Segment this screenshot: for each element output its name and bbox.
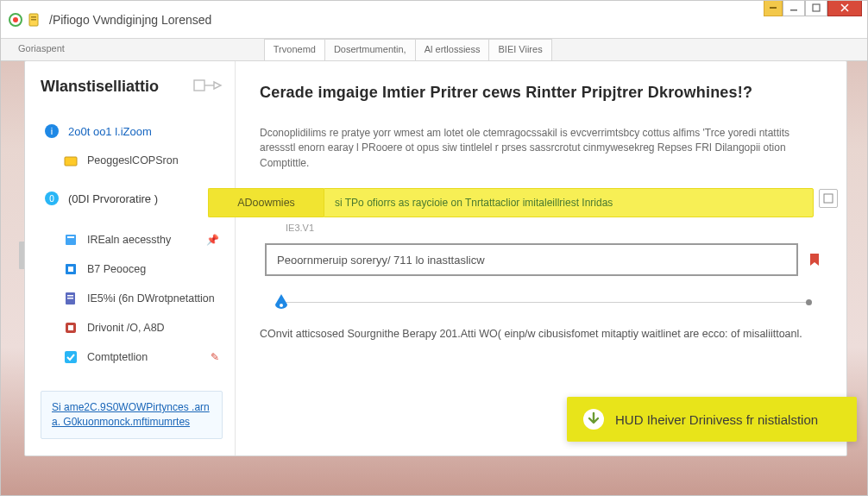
nav-label: 2o0t oo1 l.iZoom <box>68 125 152 138</box>
svg-text:i: i <box>51 126 53 136</box>
number-icon: 0 <box>44 191 60 206</box>
nav-item-completion[interactable]: Comtptetlion ✎ <box>41 342 223 372</box>
svg-rect-21 <box>67 295 73 297</box>
svg-rect-24 <box>68 325 73 330</box>
highlight-tag[interactable]: ADoowmies <box>208 188 324 217</box>
nav-item-process[interactable]: B7 Peooceg <box>41 254 223 284</box>
wizard-step-icon <box>193 77 223 96</box>
sidebar-heading: WIanstiselliattio <box>41 78 159 96</box>
nav-label: B7 Peooceg <box>87 263 146 275</box>
workarea: WIanstiselliattio i 2o0t oo1 l.iZoom Peo… <box>24 60 847 456</box>
tabstrip: Goriaspent Trvonemd Dosertmumentin, Al e… <box>1 39 867 61</box>
svg-text:0: 0 <box>49 194 54 204</box>
svg-rect-8 <box>194 80 204 91</box>
doc-icon <box>27 12 42 28</box>
svg-point-27 <box>280 304 283 307</box>
window-title: /Pifiogo Vwndiginjng Lorensed <box>49 13 211 27</box>
expand-button[interactable] <box>819 189 838 208</box>
nav-item-zoom[interactable]: i 2o0t oo1 l.iZoom <box>41 116 223 146</box>
nav-label: Drivonit /O, A8D <box>87 322 165 334</box>
svg-rect-7 <box>813 4 820 11</box>
check-icon <box>63 349 79 365</box>
svg-rect-5 <box>770 7 777 9</box>
window-controls <box>764 0 862 16</box>
page-title: Cerade imgaige Imtier Pritrer cews Rintt… <box>260 84 822 102</box>
close-button[interactable] <box>827 0 862 16</box>
titlebar: /Pifiogo Vwndiginjng Lorensed <box>1 1 867 39</box>
slider-handle-icon[interactable] <box>272 292 291 311</box>
pin-icon: 📌 <box>206 234 219 246</box>
help-link-box: Si ame2C.9S0WOWPirtynces .arn a. G0kuonm… <box>41 391 223 439</box>
chip-icon <box>63 320 79 336</box>
help-link-2[interactable]: a. G0kuonmonck.mftimumrtes <box>52 415 211 430</box>
nav-item-properties[interactable]: 0 (0DI Prvororatire ) <box>41 184 223 213</box>
nav-label: IE5%i (6n DWrotpnetattion <box>87 292 215 305</box>
svg-point-1 <box>13 17 18 22</box>
svg-rect-22 <box>67 298 73 299</box>
app-icon <box>8 12 23 28</box>
svg-rect-16 <box>66 235 76 245</box>
slider[interactable] <box>267 293 815 312</box>
book-icon <box>63 232 79 248</box>
cube-icon <box>63 261 79 277</box>
minimize-button[interactable] <box>783 0 805 16</box>
edit-icon: ✎ <box>211 351 219 363</box>
highlight-bar: ADoowmies si TPo ofiorrs as raycioie on … <box>208 188 814 217</box>
svg-rect-17 <box>67 236 74 238</box>
svg-rect-19 <box>68 267 73 272</box>
search-row <box>265 243 822 276</box>
page-description: Dconoplidilims re pratye yorr wmest am l… <box>260 126 822 171</box>
main-panel: Cerade imgaige Imtier Pritrer cews Rintt… <box>236 61 846 455</box>
svg-rect-26 <box>824 194 833 203</box>
maximize-button[interactable] <box>805 0 827 16</box>
search-input[interactable] <box>265 243 798 276</box>
slider-track <box>282 302 808 303</box>
nav-label: (0DI Prvororatire ) <box>68 192 158 205</box>
tab-3[interactable]: BIEI Viires <box>488 39 551 60</box>
bookmark-icon[interactable] <box>807 252 822 267</box>
breadcrumb[interactable]: Goriaspent <box>9 39 74 60</box>
svg-rect-25 <box>65 351 77 363</box>
install-cta-button[interactable]: HUD Iheiver Drinivess fr nistialstion <box>567 397 857 442</box>
highlight-note: si TPo ofiorrs as raycioie on Tnrtattacl… <box>324 188 814 217</box>
slider-end-dot <box>806 299 812 305</box>
svg-rect-4 <box>31 19 36 21</box>
svg-marker-10 <box>214 82 221 89</box>
nav-label: PeoggeslCOPSron <box>87 154 179 166</box>
tab-1[interactable]: Dosertmumentin, <box>324 39 416 60</box>
folder-icon <box>63 153 79 168</box>
tab-2[interactable]: Al ertlossiess <box>415 39 490 60</box>
svg-rect-3 <box>31 16 36 18</box>
nav-list: i 2o0t oo1 l.iZoom PeoggeslCOPSron 0 (0D… <box>41 116 223 372</box>
highlight-subnote: IE3.V1 <box>286 223 822 233</box>
download-icon <box>582 408 605 430</box>
nav-label: IREaln aecessthy <box>87 234 171 246</box>
tab-0[interactable]: Trvonemd <box>264 39 325 60</box>
svg-rect-6 <box>790 9 797 11</box>
notification-badge[interactable] <box>764 0 783 16</box>
nav-item-documentation[interactable]: IE5%i (6n DWrotpnetattion <box>41 284 223 313</box>
info-icon: i <box>44 123 60 139</box>
nav-item-driver[interactable]: Drivonit /O, A8D <box>41 313 223 342</box>
cta-label: HUD Iheiver Drinivess fr nistialstion <box>615 412 818 427</box>
nav-label: Comtptetlion <box>87 351 148 363</box>
help-link-1[interactable]: Si ame2C.9S0WOWPirtynces .arn <box>52 400 211 415</box>
nav-item-packages[interactable]: PeoggeslCOPSron <box>41 146 223 175</box>
confirm-text: COnvit atticsosed Sourgnithe Berapy 201.… <box>260 328 822 340</box>
svg-rect-13 <box>65 157 77 166</box>
page-icon <box>63 291 79 306</box>
sidebar: WIanstiselliattio i 2o0t oo1 l.iZoom Peo… <box>25 61 236 455</box>
nav-item-accessibility[interactable]: IREaln aecessthy 📌 <box>41 225 223 254</box>
